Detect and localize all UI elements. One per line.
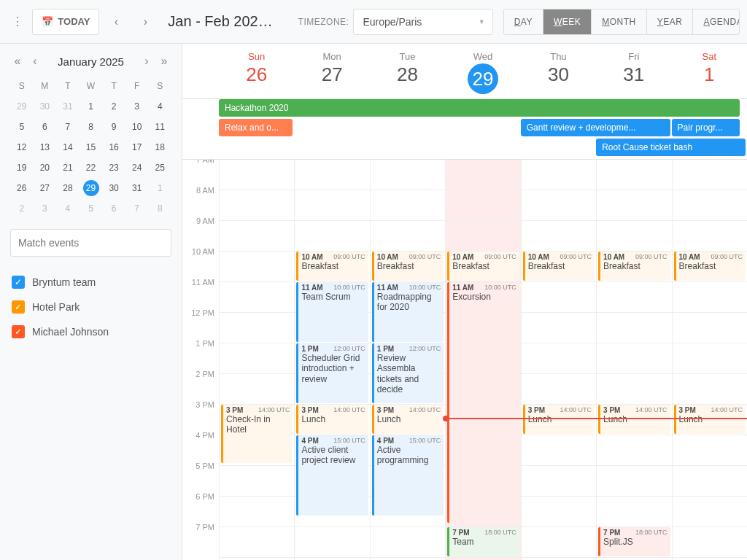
resource-checkbox[interactable]: ✓ <box>12 325 25 338</box>
calendar-event[interactable]: 3 PM14:00 UTC Lunch <box>598 405 670 434</box>
mini-cal-day[interactable]: 16 <box>102 137 125 158</box>
day-column[interactable]: 3 PM14:00 UTC Check-In in Hotel <box>219 160 294 560</box>
day-header[interactable]: Wed 29 <box>445 44 520 98</box>
mini-cal-day[interactable]: 17 <box>125 137 149 158</box>
mini-cal-day[interactable]: 5 <box>80 198 103 219</box>
calendar-event[interactable]: 10 AM09:00 UTC Breakfast <box>447 252 519 281</box>
calendar-event[interactable]: 3 PM14:00 UTC Lunch <box>674 405 746 434</box>
mini-cal-day[interactable]: 7 <box>125 198 149 219</box>
calendar-event[interactable]: 3 PM14:00 UTC Lunch <box>296 405 368 434</box>
mini-cal-day[interactable]: 20 <box>34 158 57 178</box>
mini-cal-day[interactable]: 22 <box>80 158 103 178</box>
day-header[interactable]: Fri 31 <box>596 44 671 98</box>
day-column[interactable]: 10 AM09:00 UTC Breakfast 3 PM14:00 UTC L… <box>596 160 671 560</box>
calendar-event[interactable]: 11 AM10:00 UTC Team Scrum <box>296 282 368 342</box>
day-header[interactable]: Sun 26 <box>219 44 294 98</box>
mini-cal-day[interactable]: 29 <box>10 96 34 117</box>
calendar-event[interactable]: 7 PM18:00 UTC Team <box>447 527 519 556</box>
calendar-event[interactable]: 3 PM14:00 UTC Check-In in Hotel <box>221 405 293 463</box>
resource-checkbox[interactable]: ✓ <box>12 300 25 314</box>
mini-cal-last[interactable]: » <box>157 54 171 69</box>
mini-cal-day[interactable]: 12 <box>10 137 34 158</box>
calendar-event[interactable]: 1 PM12:00 UTC Review Assembla tickets an… <box>372 343 444 403</box>
calendar-event[interactable]: 10 AM09:00 UTC Breakfast <box>523 252 595 281</box>
mini-cal-day[interactable]: 19 <box>10 158 34 178</box>
tab-day[interactable]: DAY <box>504 9 543 34</box>
day-column[interactable]: 10 AM09:00 UTC Breakfast 3 PM14:00 UTC L… <box>672 160 747 560</box>
day-header[interactable]: Mon 27 <box>294 44 369 98</box>
mini-cal-day[interactable]: 30 <box>34 96 57 117</box>
mini-cal-day[interactable]: 14 <box>56 137 80 158</box>
menu-button[interactable]: ⋮ <box>7 9 28 35</box>
day-header[interactable]: Thu 30 <box>521 44 596 98</box>
mini-cal-day[interactable]: 7 <box>56 117 80 137</box>
today-button[interactable]: 📅 TODAY <box>32 9 99 35</box>
calendar-event[interactable]: 4 PM15:00 UTC Active client project revi… <box>296 435 368 516</box>
mini-cal-day[interactable]: 18 <box>148 137 171 158</box>
mini-cal-day[interactable]: 25 <box>148 158 171 178</box>
calendar-event[interactable]: 11 AM10:00 UTC Excursion <box>447 282 519 523</box>
mini-cal-day[interactable]: 31 <box>125 178 149 198</box>
mini-cal-day[interactable]: 9 <box>102 117 125 137</box>
day-column[interactable]: 10 AM09:00 UTC Breakfast 11 AM10:00 UTC … <box>370 160 445 560</box>
timezone-select[interactable]: Europe/Paris <box>353 9 492 35</box>
mini-cal-day[interactable]: 1 <box>80 96 103 117</box>
calendar-event[interactable]: 1 PM12:00 UTC Scheduler Grid introductio… <box>296 343 368 403</box>
mini-cal-day[interactable]: 31 <box>56 96 80 117</box>
calendar-event[interactable]: 3 PM14:00 UTC Lunch <box>523 405 595 434</box>
mini-cal-day[interactable]: 24 <box>125 158 149 178</box>
tab-year[interactable]: YEAR <box>647 9 694 34</box>
mini-cal-day[interactable]: 26 <box>10 178 34 198</box>
calendar-event[interactable]: 10 AM09:00 UTC Breakfast <box>296 252 368 281</box>
mini-cal-day[interactable]: 3 <box>34 198 57 219</box>
calendar-event[interactable]: 10 AM09:00 UTC Breakfast <box>372 252 444 281</box>
calendar-event[interactable]: 11 AM10:00 UTC Roadmapping for 2020 <box>372 282 444 342</box>
mini-cal-day[interactable]: 4 <box>148 96 171 117</box>
mini-cal-day[interactable]: 13 <box>34 137 57 158</box>
mini-cal-day[interactable]: 29 <box>80 178 103 198</box>
mini-cal-day[interactable]: 4 <box>56 198 80 219</box>
day-header[interactable]: Sat 1 <box>672 44 747 98</box>
mini-cal-day[interactable]: 10 <box>125 117 149 137</box>
allday-event[interactable]: Gantt review + developme... <box>521 119 670 136</box>
day-column[interactable]: 10 AM09:00 UTC Breakfast 11 AM10:00 UTC … <box>294 160 369 560</box>
tab-month[interactable]: MONTH <box>592 9 647 34</box>
day-header[interactable]: Tue 28 <box>370 44 445 98</box>
tab-agenda[interactable]: AGENDA <box>693 9 740 34</box>
calendar-event[interactable]: 10 AM09:00 UTC Breakfast <box>598 252 670 281</box>
mini-cal-day[interactable]: 1 <box>148 178 171 198</box>
allday-event[interactable]: Pair progr... <box>672 119 740 136</box>
allday-event[interactable]: Relax and o... <box>219 119 293 136</box>
resource-item[interactable]: ✓ Hotel Park <box>10 295 171 319</box>
mini-cal-day[interactable]: 11 <box>148 117 171 137</box>
mini-cal-day[interactable]: 28 <box>56 178 80 198</box>
prev-button[interactable]: ‹ <box>104 9 128 35</box>
day-column[interactable]: 10 AM09:00 UTC Breakfast 11 AM10:00 UTC … <box>445 160 520 560</box>
mini-cal-day[interactable]: 2 <box>102 96 125 117</box>
mini-cal-prev[interactable]: ‹ <box>28 54 42 69</box>
calendar-event[interactable]: 7 PM18:00 UTC Split.JS <box>598 527 670 556</box>
tab-week[interactable]: WEEK <box>543 9 592 34</box>
mini-cal-day[interactable]: 8 <box>148 198 171 219</box>
day-column[interactable]: 10 AM09:00 UTC Breakfast 3 PM14:00 UTC L… <box>521 160 596 560</box>
mini-cal-day[interactable]: 6 <box>34 117 57 137</box>
calendar-event[interactable]: 10 AM09:00 UTC Breakfast <box>674 252 746 281</box>
mini-cal-day[interactable]: 27 <box>34 178 57 198</box>
mini-cal-day[interactable]: 8 <box>80 117 103 137</box>
allday-event[interactable]: Root Cause ticket bash <box>596 139 746 156</box>
mini-cal-day[interactable]: 2 <box>10 198 34 219</box>
resource-item[interactable]: ✓ Michael Johnson <box>10 319 171 344</box>
calendar-event[interactable]: 3 PM14:00 UTC Lunch <box>372 405 444 434</box>
resource-checkbox[interactable]: ✓ <box>12 276 25 289</box>
mini-cal-day[interactable]: 3 <box>125 96 149 117</box>
search-input[interactable] <box>10 229 171 257</box>
next-button[interactable]: › <box>133 9 158 35</box>
mini-cal-day[interactable]: 30 <box>102 178 125 198</box>
mini-cal-day[interactable]: 23 <box>102 158 125 178</box>
time-grid[interactable]: 7 AM8 AM9 AM10 AM11 AM12 PM1 PM2 PM3 PM4… <box>182 160 747 560</box>
calendar-event[interactable]: 4 PM15:00 UTC Active programming <box>372 435 444 516</box>
mini-cal-day[interactable]: 5 <box>10 117 34 137</box>
allday-event[interactable]: Hackathon 2020 <box>219 99 740 117</box>
mini-cal-next[interactable]: › <box>139 54 154 69</box>
mini-cal-first[interactable]: « <box>10 54 25 69</box>
